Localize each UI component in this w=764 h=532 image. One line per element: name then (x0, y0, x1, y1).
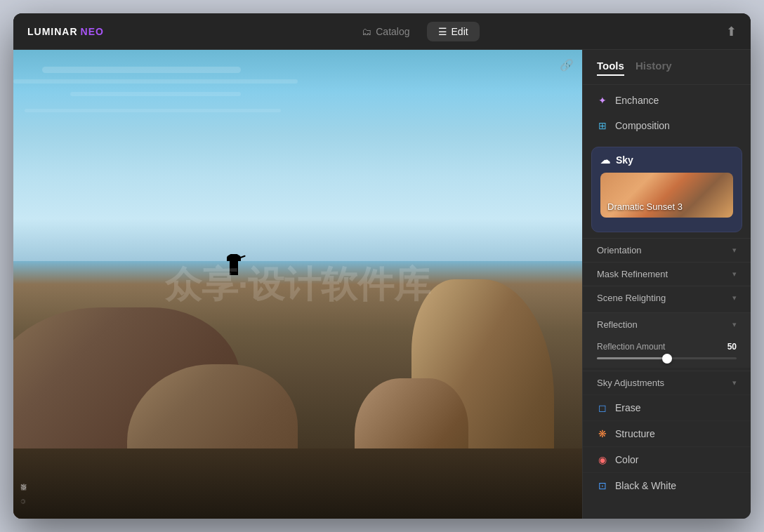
canvas-area: 众享·设计软件库 © 众享公司周 🔗 (13, 50, 582, 519)
reflection-label: Reflection (597, 319, 638, 330)
catalog-label: Catalog (376, 26, 409, 37)
reflection-slider-fill (597, 357, 667, 359)
bw-icon: ⊡ (597, 480, 608, 491)
mask-refinement-row[interactable]: Mask Refinement ▾ (583, 262, 751, 286)
tab-history[interactable]: History (635, 60, 672, 76)
app-window: LUMINAR NEO 🗂 Catalog ☰ Edit ⬆ (13, 13, 751, 519)
nav-tabs: 🗂 Catalog ☰ Edit (350, 22, 479, 41)
scene-background: 众享·设计软件库 © 众享公司周 (13, 50, 582, 519)
enchance-label: Enchance (615, 95, 659, 106)
enchance-icon: ✦ (597, 95, 608, 106)
sky-preset-thumbnail[interactable]: Dramatic Sunset 3 (600, 173, 733, 218)
sky-icon: ☁ (600, 154, 610, 166)
erase-icon: ◻ (597, 402, 608, 413)
reflection-slider-thumb[interactable] (662, 354, 672, 364)
bw-label: Black & White (615, 480, 676, 491)
scene-relighting-row[interactable]: Scene Relighting ▾ (583, 286, 751, 310)
cloud-2 (13, 79, 298, 84)
sky-preset-label: Dramatic Sunset 3 (607, 201, 683, 212)
reflection-slider-track[interactable] (597, 357, 737, 359)
scene-relighting-chevron: ▾ (732, 293, 737, 302)
tab-tools[interactable]: Tools (597, 60, 624, 76)
composition-icon: ⊞ (597, 120, 608, 131)
mask-refinement-label: Mask Refinement (597, 269, 668, 279)
structure-label: Structure (615, 428, 655, 439)
orientation-row[interactable]: Orientation ▾ (583, 238, 751, 262)
reflection-header[interactable]: Reflection ▾ (583, 312, 751, 336)
sky-layer (13, 50, 582, 261)
app-logo: LUMINAR NEO (27, 26, 104, 37)
slider-label-row: Reflection Amount 50 (597, 342, 737, 352)
sky-panel[interactable]: ☁ Sky Dramatic Sunset 3 (591, 147, 742, 232)
person-silhouette (230, 254, 238, 275)
edit-icon: ☰ (438, 26, 447, 37)
color-icon: ◉ (597, 454, 608, 465)
tool-item-structure[interactable]: ❋ Structure (583, 420, 751, 446)
tools-section: ✦ Enchance ⊞ Composition (583, 85, 751, 141)
catalog-icon: 🗂 (362, 26, 371, 37)
sidebar-item-enchance[interactable]: ✦ Enchance (583, 88, 751, 113)
logo-neo: NEO (81, 26, 104, 37)
edit-tab[interactable]: ☰ Edit (427, 22, 480, 41)
cloud-1 (42, 67, 242, 73)
edit-label: Edit (452, 26, 468, 37)
ground-layer (13, 448, 582, 519)
orientation-label: Orientation (597, 245, 642, 255)
sidebar: Tools History ✦ Enchance ⊞ Composition ☁… (582, 50, 751, 519)
reflection-amount-label: Reflection Amount (597, 342, 665, 352)
structure-icon: ❋ (597, 428, 608, 439)
sidebar-tabs: Tools History (583, 50, 751, 85)
cloud-3 (70, 92, 241, 96)
canvas-image: 众享·设计软件库 © 众享公司周 (13, 50, 582, 519)
copyright-text: © 众享公司周 (19, 496, 28, 505)
mask-refinement-chevron: ▾ (732, 270, 737, 279)
reflection-amount-value: 50 (727, 342, 737, 352)
main-content: 众享·设计软件库 © 众享公司周 🔗 Tools History ✦ Encha… (13, 50, 751, 519)
tool-item-black-white[interactable]: ⊡ Black & White (583, 472, 751, 498)
sky-adjustments-row[interactable]: Sky Adjustments ▾ (583, 371, 751, 394)
scene-relighting-label: Scene Relighting (597, 293, 666, 303)
titlebar: LUMINAR NEO 🗂 Catalog ☰ Edit ⬆ (13, 13, 751, 50)
composition-label: Composition (615, 120, 670, 131)
reflection-chevron: ▾ (732, 320, 737, 329)
sidebar-item-composition[interactable]: ⊞ Composition (583, 113, 751, 138)
color-label: Color (615, 454, 638, 465)
canvas-link-icon[interactable]: 🔗 (560, 58, 574, 72)
sky-panel-header: ☁ Sky (600, 154, 733, 166)
orientation-chevron: ▾ (732, 246, 737, 255)
sky-label: Sky (616, 154, 633, 166)
catalog-tab[interactable]: 🗂 Catalog (350, 22, 421, 41)
sky-adjustments-label: Sky Adjustments (597, 378, 664, 388)
reflection-amount-row: Reflection Amount 50 (583, 336, 751, 368)
logo-luminar: LUMINAR (27, 26, 78, 37)
erase-label: Erase (615, 402, 641, 413)
tool-item-erase[interactable]: ◻ Erase (583, 394, 751, 420)
cloud-4 (25, 109, 281, 112)
tool-item-color[interactable]: ◉ Color (583, 446, 751, 472)
sky-adjustments-chevron: ▾ (732, 378, 737, 387)
reflection-section: Reflection ▾ Reflection Amount 50 (583, 310, 751, 371)
share-button[interactable]: ⬆ (726, 24, 737, 39)
